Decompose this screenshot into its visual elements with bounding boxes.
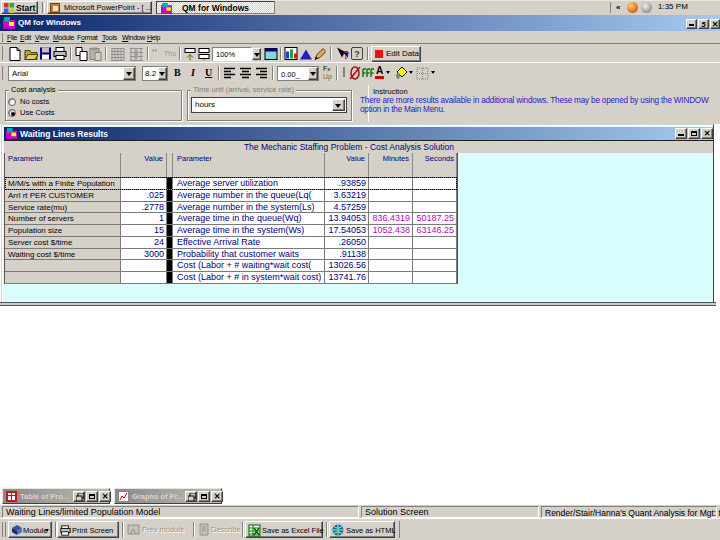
svg-text:?: ?: [343, 50, 349, 61]
